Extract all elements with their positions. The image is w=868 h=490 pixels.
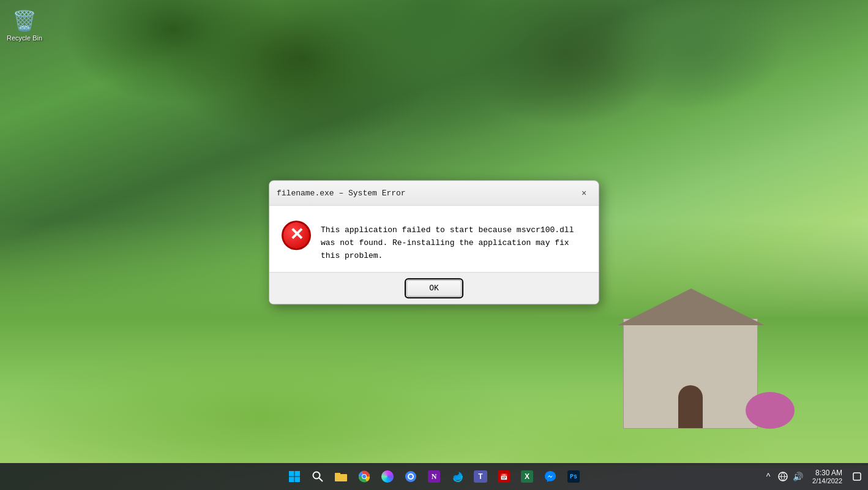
ok-button[interactable]: OK xyxy=(406,281,462,297)
svg-rect-1 xyxy=(295,471,301,477)
taskbar-app10-button[interactable]: 📅 xyxy=(493,466,515,488)
dialog-footer: OK xyxy=(269,273,599,304)
clock-date: 2/14/2022 xyxy=(812,477,842,484)
tray-language-icon[interactable] xyxy=(777,470,789,483)
taskbar-right: ^ 🔊 8:30 AM 2/14/2022 xyxy=(762,467,863,486)
taskbar-app5-button[interactable] xyxy=(376,466,398,488)
taskbar-clock[interactable]: 8:30 AM 2/14/2022 xyxy=(809,467,846,486)
recycle-bin-label: Recycle Bin xyxy=(7,34,42,42)
recycle-bin-icon[interactable]: 🗑️ Recycle Bin xyxy=(3,6,46,45)
taskbar-search-button[interactable] xyxy=(307,466,329,488)
taskbar-photoshop-button[interactable]: Ps xyxy=(563,466,585,488)
taskbar-app6-button[interactable] xyxy=(400,466,422,488)
error-icon: ✕ xyxy=(282,221,311,250)
svg-rect-16 xyxy=(853,473,861,480)
taskbar-center: N T xyxy=(283,466,585,488)
bush xyxy=(746,392,795,429)
svg-rect-2 xyxy=(289,477,294,483)
taskbar-explorer-button[interactable] xyxy=(330,466,352,488)
tray-chevron-icon[interactable]: ^ xyxy=(762,470,774,483)
error-circle: ✕ xyxy=(282,221,311,250)
taskbar-messenger-button[interactable] xyxy=(539,466,561,488)
house-roof xyxy=(618,288,765,325)
clock-time: 8:30 AM xyxy=(812,469,842,477)
error-dialog: filename.exe – System Error × ✕ This app… xyxy=(269,180,599,304)
system-tray: ^ 🔊 xyxy=(762,470,804,483)
tray-notification-icon[interactable] xyxy=(851,470,863,483)
desktop: 🗑️ Recycle Bin filename.exe – System Err… xyxy=(0,0,868,490)
svg-rect-3 xyxy=(295,477,301,483)
svg-line-5 xyxy=(319,478,323,481)
svg-point-10 xyxy=(362,475,366,478)
taskbar-onenote-button[interactable]: N xyxy=(423,466,445,488)
dialog-close-button[interactable]: × xyxy=(577,186,591,200)
svg-point-4 xyxy=(313,472,320,479)
dialog-body: ✕ This application failed to start becau… xyxy=(269,206,599,272)
svg-rect-0 xyxy=(289,471,294,477)
taskbar-teams-button[interactable]: T xyxy=(470,466,492,488)
taskbar: N T xyxy=(0,463,868,490)
taskbar-edge-button[interactable] xyxy=(446,466,468,488)
error-message: This application failed to start because… xyxy=(321,221,586,262)
house-door xyxy=(678,385,703,428)
taskbar-chrome-button[interactable] xyxy=(353,466,375,488)
tray-volume-icon[interactable]: 🔊 xyxy=(791,470,804,483)
dialog-titlebar: filename.exe – System Error × xyxy=(269,181,599,206)
recycle-bin-image: 🗑️ xyxy=(12,9,37,33)
svg-rect-7 xyxy=(335,473,340,475)
svg-point-13 xyxy=(409,475,413,478)
house xyxy=(623,318,758,429)
taskbar-excel-button[interactable]: X xyxy=(516,466,538,488)
dialog-title: filename.exe – System Error xyxy=(277,189,406,198)
error-x-mark: ✕ xyxy=(290,226,304,243)
taskbar-start-button[interactable] xyxy=(283,466,305,488)
